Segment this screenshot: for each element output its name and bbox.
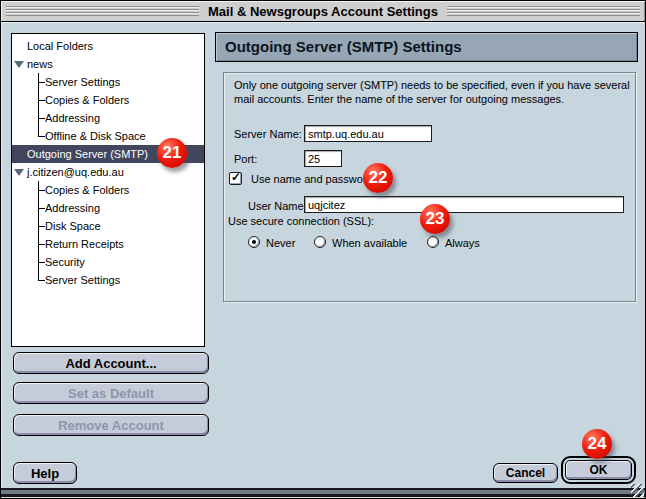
help-button[interactable]: Help	[13, 462, 77, 484]
window-titlebar[interactable]: Mail & Newsgroups Account Settings	[1, 1, 645, 22]
step-badge-23: 23	[420, 204, 450, 234]
user-name-label: User Name:	[248, 200, 307, 212]
window-bottom-frame	[1, 488, 646, 498]
add-account-button[interactable]: Add Account...	[13, 352, 209, 374]
description-line-2: mail accounts. Enter the name of the ser…	[234, 92, 564, 106]
ssl-always-label: Always	[445, 237, 480, 249]
tree-item-label: news	[27, 58, 53, 70]
resize-grip-icon[interactable]	[631, 484, 644, 497]
remove-account-button[interactable]: Remove Account	[13, 414, 209, 436]
use-name-password-label: Use name and password	[251, 173, 373, 185]
set-as-default-button[interactable]: Set as Default	[13, 382, 209, 404]
checkmark-icon: ✓	[231, 170, 241, 184]
tree-item-label: j.citizen@uq.edu.au	[27, 166, 124, 178]
user-name-input[interactable]	[304, 196, 624, 213]
tree-item-local-folders[interactable]: Local Folders	[12, 37, 204, 55]
disclosure-triangle-icon[interactable]	[14, 169, 24, 176]
tree-item-disk-space[interactable]: Disk Space	[38, 217, 204, 235]
step-badge-21: 21	[157, 138, 187, 168]
tree-item-server-settings-2[interactable]: Server Settings	[38, 271, 204, 289]
dialog-content: Local Folders news Server Settings Copie…	[1, 22, 646, 490]
tree-item-addressing-2[interactable]: Addressing	[38, 199, 204, 217]
tree-item-copies-folders[interactable]: Copies & Folders	[38, 91, 204, 109]
ssl-label: Use secure connection (SSL):	[228, 215, 374, 227]
tree-item-server-settings[interactable]: Server Settings	[38, 73, 204, 91]
tree-item-news[interactable]: news	[12, 55, 204, 73]
window-title: Mail & Newsgroups Account Settings	[199, 2, 447, 21]
port-label: Port:	[234, 153, 257, 165]
news-children: Server Settings Copies & Folders Address…	[38, 73, 204, 145]
disclosure-triangle-icon[interactable]	[14, 61, 24, 68]
tree-item-copies-folders-2[interactable]: Copies & Folders	[38, 181, 204, 199]
step-badge-24: 24	[582, 429, 612, 459]
tree-item-addressing[interactable]: Addressing	[38, 109, 204, 127]
default-button-ring: OK	[561, 456, 636, 484]
accounts-tree: Local Folders news Server Settings Copie…	[11, 33, 205, 347]
tree-item-return-receipts[interactable]: Return Receipts	[38, 235, 204, 253]
jcitizen-children: Copies & Folders Addressing Disk Space R…	[38, 181, 204, 289]
use-name-password-checkbox[interactable]: ✓	[229, 172, 242, 185]
panel-title: Outgoing Server (SMTP) Settings	[215, 32, 638, 62]
server-name-label: Server Name:	[234, 128, 302, 140]
ssl-never-label: Never	[266, 237, 295, 249]
step-badge-22: 22	[363, 163, 393, 193]
ok-button[interactable]: OK	[565, 460, 632, 480]
server-name-input[interactable]	[304, 125, 432, 142]
tree-item-security[interactable]: Security	[38, 253, 204, 271]
cancel-button[interactable]: Cancel	[493, 463, 558, 483]
port-input[interactable]	[304, 150, 342, 167]
smtp-settings-group: Only one outgoing server (SMTP) needs to…	[223, 72, 636, 302]
ssl-when-available-label: When available	[332, 237, 407, 249]
ssl-never-radio[interactable]	[248, 236, 260, 248]
ssl-when-available-radio[interactable]	[314, 236, 326, 248]
account-settings-window: Mail & Newsgroups Account Settings Local…	[0, 0, 646, 499]
description-line-1: Only one outgoing server (SMTP) needs to…	[234, 78, 630, 92]
ssl-always-radio[interactable]	[427, 236, 439, 248]
